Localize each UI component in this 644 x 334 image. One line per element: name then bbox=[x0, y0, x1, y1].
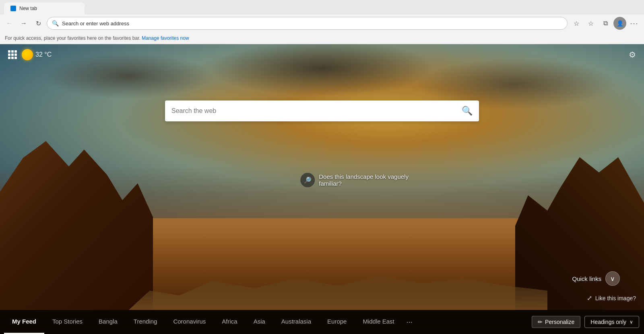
search-container: 🔍 bbox=[165, 100, 479, 121]
nav-tab-top-stories[interactable]: Top Stories bbox=[44, 310, 91, 334]
quick-links-toggle[interactable]: ∨ bbox=[605, 271, 620, 286]
nav-tab-europe[interactable]: Europe bbox=[319, 310, 355, 334]
pencil-icon: ✏ bbox=[538, 319, 543, 325]
personalize-label: Personalize bbox=[545, 319, 574, 325]
chevron-down-icon: ∨ bbox=[610, 275, 615, 283]
expand-icon: ⤢ bbox=[587, 294, 592, 302]
nav-more-button[interactable]: ··· bbox=[402, 310, 417, 334]
quick-links-container: Quick links ∨ bbox=[572, 271, 620, 286]
page-settings-button[interactable]: ⚙ bbox=[629, 50, 636, 59]
address-bar-row: ← → ↻ 🔍 Search or enter web address ☆ ☆ … bbox=[0, 14, 644, 32]
search-button[interactable]: 🔍 bbox=[462, 106, 473, 116]
nav-tab-bangla[interactable]: Bangla bbox=[91, 310, 126, 334]
manage-favorites-link[interactable]: Manage favorites now bbox=[142, 35, 189, 41]
address-text: Search or enter web address bbox=[62, 20, 562, 27]
like-image-button[interactable]: ⤢ Like this image? bbox=[587, 294, 636, 302]
back-button[interactable]: ← bbox=[3, 17, 15, 29]
dropdown-chevron-icon: ∨ bbox=[630, 319, 633, 325]
more-icon: ··· bbox=[630, 19, 638, 28]
favorites-prompt: For quick access, place your favorites h… bbox=[5, 35, 140, 41]
nav-tab-asia[interactable]: Asia bbox=[246, 310, 273, 334]
browser-chrome: New tab ← → ↻ 🔍 Search or enter web addr… bbox=[0, 0, 644, 44]
favorites-bar: For quick access, place your favorites h… bbox=[0, 32, 644, 44]
quick-links-label: Quick links bbox=[572, 275, 601, 282]
nav-tab-trending[interactable]: Trending bbox=[126, 310, 165, 334]
nav-tab-middle-east[interactable]: Middle East bbox=[355, 310, 402, 334]
add-favorite-button[interactable]: ☆ bbox=[570, 17, 583, 30]
weather-icon bbox=[22, 49, 33, 60]
favorites-icon: ☆ bbox=[588, 20, 594, 27]
ntb-top-left: 32 °C bbox=[8, 49, 52, 60]
new-tab-page: 32 °C ⚙ 🔍 🔎 Does this landscape look vag… bbox=[0, 44, 644, 334]
like-image-text: Like this image? bbox=[595, 295, 636, 301]
profile-button[interactable]: 👤 bbox=[613, 17, 626, 30]
address-box[interactable]: 🔍 Search or enter web address bbox=[47, 17, 568, 30]
profile-icon: 👤 bbox=[617, 20, 623, 27]
forward-button[interactable]: → bbox=[18, 17, 30, 29]
active-tab[interactable]: New tab bbox=[4, 2, 85, 14]
favorites-button[interactable]: ☆ bbox=[584, 17, 597, 30]
nav-actions: ✏ Personalize Headings only ∨ bbox=[527, 310, 644, 334]
more-button[interactable]: ··· bbox=[628, 17, 641, 30]
image-search-icon: 🔎 bbox=[300, 173, 315, 187]
personalize-button[interactable]: ✏ Personalize bbox=[532, 316, 580, 328]
tab-bar: New tab bbox=[0, 0, 644, 14]
collections-button[interactable]: ⧉ bbox=[599, 17, 612, 30]
headings-only-dropdown[interactable]: Headings only ∨ bbox=[584, 316, 639, 328]
ntb-top-bar: 32 °C ⚙ bbox=[0, 44, 644, 65]
nav-tab-my-feed[interactable]: My Feed bbox=[4, 310, 44, 334]
weather-widget[interactable]: 32 °C bbox=[22, 49, 52, 60]
tab-favicon bbox=[10, 6, 16, 11]
nav-tab-africa[interactable]: Africa bbox=[214, 310, 245, 334]
more-tabs-icon: ··· bbox=[407, 318, 413, 326]
temperature: 32 °C bbox=[35, 51, 52, 58]
toolbar-icons: ☆ ☆ ⧉ 👤 ··· bbox=[570, 17, 641, 30]
collections-icon: ⧉ bbox=[603, 20, 608, 27]
image-info-tooltip[interactable]: 🔎 Does this landscape look vaguely famil… bbox=[300, 173, 409, 187]
apps-grid-button[interactable] bbox=[8, 50, 17, 59]
refresh-button[interactable]: ↻ bbox=[32, 17, 44, 29]
search-box: 🔍 bbox=[165, 100, 479, 121]
search-input[interactable] bbox=[171, 107, 462, 115]
search-icon: 🔍 bbox=[462, 106, 473, 116]
settings-gear-icon: ⚙ bbox=[629, 50, 636, 59]
image-info-text: Does this landscape look vaguely familia… bbox=[319, 173, 409, 187]
address-search-icon: 🔍 bbox=[52, 20, 59, 27]
add-favorite-icon: ☆ bbox=[574, 20, 579, 27]
nav-tab-coronavirus[interactable]: Coronavirus bbox=[165, 310, 214, 334]
nav-tabs: My Feed Top Stories Bangla Trending Coro… bbox=[0, 310, 527, 334]
tab-title: New tab bbox=[19, 6, 37, 11]
headings-only-label: Headings only bbox=[590, 319, 626, 325]
bottom-nav: My Feed Top Stories Bangla Trending Coro… bbox=[0, 310, 644, 334]
nav-tab-australasia[interactable]: Australasia bbox=[273, 310, 319, 334]
